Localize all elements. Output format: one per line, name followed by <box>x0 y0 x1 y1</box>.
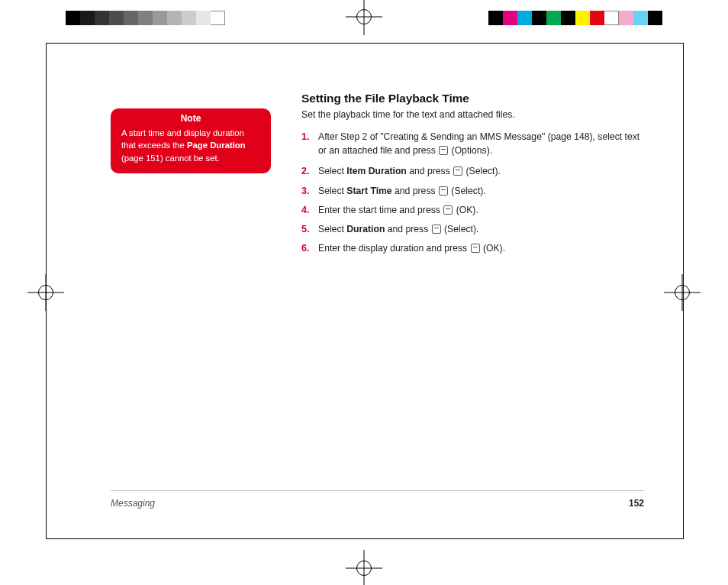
softkey-icon <box>439 146 448 155</box>
footer-section-name: Messaging <box>111 498 155 509</box>
registration-mark-icon <box>346 0 382 35</box>
step-1: 1. After Step 2 of "Creating & Sending a… <box>301 130 649 158</box>
step-text-bold: Duration <box>346 224 385 234</box>
step-text-mid: and press <box>385 224 430 234</box>
footer-page-number: 152 <box>629 498 644 509</box>
section-heading: Setting the File Playback Time <box>301 92 649 105</box>
steps-list: 1. After Step 2 of "Creating & Sending a… <box>301 130 649 256</box>
page-content: Note A start time and display duration t… <box>111 92 645 261</box>
step-text-pre: Select <box>318 166 346 176</box>
softkey-icon <box>432 225 441 234</box>
step-text-after: (Select). <box>463 166 501 176</box>
softkey-icon <box>443 205 453 215</box>
step-text-mid: and press <box>392 186 438 196</box>
step-number: 2. <box>301 164 309 179</box>
main-column: Setting the File Playback Time Set the p… <box>301 92 649 256</box>
note-text-post: (page 151) cannot be set. <box>121 154 220 163</box>
step-6: 6. Enter the display duration and press … <box>301 241 649 255</box>
step-text-after: (OK). <box>453 205 478 215</box>
softkey-icon <box>439 186 448 196</box>
grayscale-calibration-strip <box>66 11 225 25</box>
section-subtitle: Set the playback time for the text and a… <box>301 108 649 122</box>
step-number: 6. <box>301 241 309 256</box>
step-text-after: (Select). <box>449 186 486 196</box>
step-text-pre: Select <box>318 186 346 196</box>
step-text-after: (Select). <box>442 224 479 234</box>
note-text-bold: Page Duration <box>187 141 246 150</box>
note-title: Note <box>111 108 271 127</box>
color-calibration-strip <box>488 11 662 25</box>
note-body: A start time and display duration that e… <box>111 127 271 164</box>
step-2: 2. Select Item Duration and press (Selec… <box>301 164 649 178</box>
step-number: 3. <box>301 184 309 199</box>
registration-mark-icon <box>346 550 382 585</box>
step-number: 1. <box>301 130 309 144</box>
step-text-pre: Select <box>318 224 346 234</box>
step-text-pre: Enter the display duration and press <box>318 243 470 254</box>
softkey-icon <box>453 166 462 176</box>
page-footer: Messaging 152 <box>111 490 644 509</box>
step-text-mid: and press <box>407 166 453 176</box>
step-text-bold: Start Time <box>346 186 391 196</box>
softkey-icon <box>471 244 480 253</box>
step-number: 5. <box>301 222 309 237</box>
step-5: 5. Select Duration and press (Select). <box>301 222 649 236</box>
step-3: 3. Select Start Time and press (Select). <box>301 184 649 198</box>
step-number: 4. <box>301 203 309 218</box>
step-text-after: (Options). <box>449 145 492 156</box>
note-callout: Note A start time and display duration t… <box>111 108 271 173</box>
step-text-bold: Item Duration <box>346 166 407 176</box>
step-4: 4. Enter the start time and press (OK). <box>301 203 649 217</box>
step-text-after: (OK). <box>481 243 506 254</box>
step-text-pre: Enter the start time and press <box>318 205 443 215</box>
